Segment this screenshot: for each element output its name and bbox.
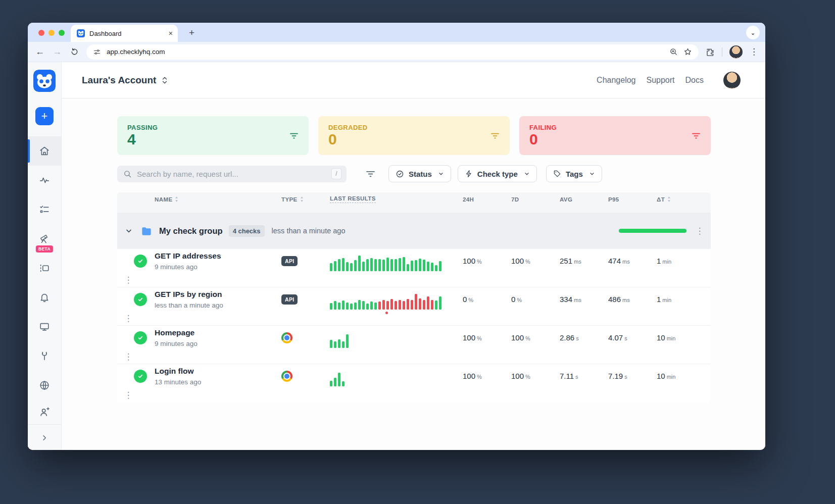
extensions-puzzle-icon[interactable] (706, 47, 715, 57)
row-menu-icon[interactable]: ⋮ (117, 351, 139, 362)
sort-icon[interactable] (175, 196, 178, 202)
nav-link-support[interactable]: Support (647, 76, 675, 85)
spark-bar (330, 303, 332, 310)
filter-icon[interactable] (490, 132, 500, 139)
status-filter-button[interactable]: Status (388, 165, 451, 182)
table-row-get-ip-addresses[interactable]: GET IP addresses 9 minutes ago API 100% … (117, 249, 711, 287)
zoom-window-button[interactable] (59, 30, 65, 36)
sidebar-item-invite-user[interactable] (28, 400, 61, 424)
sort-icon[interactable] (667, 196, 671, 202)
degraded-card[interactable]: DEGRADED 0 (318, 116, 510, 155)
site-info-icon[interactable] (93, 48, 101, 56)
check-name[interactable]: Login flow (155, 367, 276, 376)
stat-dt: 10min (640, 333, 662, 342)
sidebar-item-home[interactable] (28, 136, 61, 166)
column-header-last-results[interactable]: LAST RESULTS (325, 195, 446, 203)
last-results-sparkline[interactable] (325, 328, 446, 348)
zoom-page-icon[interactable] (669, 47, 678, 56)
spark-bar (330, 381, 332, 386)
sidebar-item-monitoring[interactable] (28, 166, 61, 195)
nav-link-changelog[interactable]: Changelog (597, 76, 635, 85)
group-name[interactable]: My check group (159, 226, 223, 236)
home-icon (39, 145, 50, 157)
column-header-24h[interactable]: 24H (446, 196, 495, 203)
filter-icon[interactable] (692, 132, 701, 139)
failing-count: 0 (529, 132, 701, 147)
back-button[interactable]: ← (35, 46, 45, 57)
stat-dt: 10min (640, 372, 662, 380)
check-name[interactable]: GET IPs by region (155, 290, 276, 299)
browser-tab[interactable]: Dashboard × (71, 25, 178, 42)
check-group-row[interactable]: My check group 4 checks less than a minu… (117, 213, 711, 249)
search-box[interactable]: / (117, 166, 347, 182)
tab-search-chevron-icon[interactable]: ⌄ (746, 26, 760, 39)
user-avatar[interactable] (723, 72, 741, 89)
account-switcher[interactable]: Laura's Account (82, 75, 168, 86)
check-type-filter-button[interactable]: Check type (458, 165, 537, 182)
sidebar-item-alerts[interactable] (28, 283, 61, 312)
spark-bar (439, 296, 441, 310)
reload-button[interactable] (69, 47, 79, 56)
check-name[interactable]: GET IP addresses (155, 251, 276, 261)
column-header-avg[interactable]: AVG (543, 196, 592, 203)
sidebar-item-settings[interactable] (28, 341, 61, 371)
row-menu-icon[interactable]: ⋮ (117, 275, 139, 285)
chrome-browser-icon (281, 332, 292, 343)
sidebar-expand-button[interactable] (28, 424, 61, 450)
spark-bar (358, 256, 361, 271)
sidebar-item-maintenance[interactable] (28, 254, 61, 283)
table-row-login-flow[interactable]: Login flow 13 minutes ago 100% 100% 7.11… (117, 364, 711, 402)
last-results-sparkline[interactable] (325, 289, 446, 310)
tab-close-icon[interactable]: × (169, 30, 173, 37)
nav-link-docs[interactable]: Docs (685, 76, 704, 85)
column-header-type[interactable]: TYPE (276, 196, 325, 203)
address-bar[interactable]: app.checklyhq.com (86, 44, 699, 60)
bookmark-star-icon[interactable] (683, 47, 692, 56)
spark-bar (395, 301, 397, 310)
spark-bar (390, 299, 393, 310)
sidebar-item-dashboards[interactable] (28, 312, 61, 341)
sort-icon[interactable] (300, 196, 304, 202)
spark-bar (350, 263, 353, 271)
group-menu-icon[interactable]: ⋮ (689, 226, 711, 236)
last-results-sparkline[interactable] (325, 366, 446, 386)
telescope-icon (39, 233, 50, 244)
checkly-logo[interactable] (33, 70, 56, 92)
forward-button[interactable]: → (52, 46, 62, 57)
column-header-p95[interactable]: P95 (592, 196, 640, 203)
last-results-sparkline[interactable] (325, 251, 446, 271)
sidebar-item-checks[interactable] (28, 195, 61, 224)
spark-bar (330, 263, 332, 271)
collapse-group-button[interactable] (122, 227, 135, 235)
sidebar-item-private-locations[interactable] (28, 371, 61, 400)
column-header-dt[interactable]: ΔT (640, 196, 662, 203)
stat-p95: 4.07s (592, 333, 640, 342)
tab-title: Dashboard (89, 30, 164, 37)
browser-profile-avatar[interactable] (729, 45, 743, 59)
create-check-button[interactable]: + (35, 107, 54, 125)
failing-card[interactable]: FAILING 0 (519, 116, 711, 155)
column-header-name[interactable]: NAME (155, 196, 276, 203)
column-header-7d[interactable]: 7D (495, 196, 543, 203)
filter-icon[interactable] (289, 132, 299, 139)
stat-24h: 100% (446, 333, 495, 342)
table-row-homepage[interactable]: Homepage 9 minutes ago 100% 100% 2.86s 4… (117, 326, 711, 364)
table-row-get-ips-by-region[interactable]: GET IPs by region less than a minute ago… (117, 287, 711, 326)
close-window-button[interactable] (38, 30, 44, 36)
active-indicator (28, 139, 30, 163)
url-text[interactable]: app.checklyhq.com (107, 48, 664, 56)
new-tab-button[interactable]: + (189, 27, 194, 38)
passing-card[interactable]: PASSING 4 (117, 116, 309, 155)
check-name[interactable]: Homepage (155, 328, 276, 337)
failure-marker-dot (385, 312, 388, 314)
row-menu-icon[interactable]: ⋮ (117, 313, 139, 324)
search-input[interactable] (137, 170, 326, 178)
spark-bar (390, 259, 393, 271)
minimize-window-button[interactable] (48, 30, 55, 36)
browser-menu-icon[interactable]: ⋮ (750, 46, 758, 57)
row-menu-icon[interactable]: ⋮ (117, 390, 139, 400)
filter-funnel-icon[interactable] (366, 170, 375, 178)
stat-24h: 100% (446, 372, 495, 380)
tags-filter-button[interactable]: Tags (546, 165, 602, 182)
sidebar-item-explore-beta[interactable]: BETA (28, 224, 61, 254)
